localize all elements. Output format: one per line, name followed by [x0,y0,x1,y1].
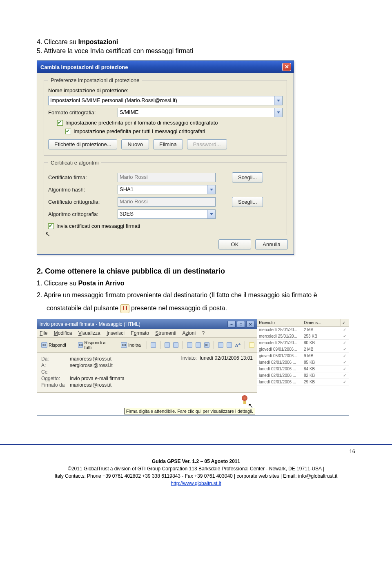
subject-label: Oggetto: [41,376,70,381]
subject-value: invio prova e-mail firmata [70,376,125,381]
separator-icon [183,341,183,349]
prev-icon[interactable] [218,342,223,348]
row-size: 2 MB [302,346,341,352]
list-item[interactable]: giovedì 05/01/2006...9 MB✓ [257,353,349,359]
signature-icon[interactable] [241,395,249,404]
font-size-icon[interactable]: AA [235,342,241,348]
menubar[interactable]: File Modifica Visualizza Inserisci Forma… [37,329,257,338]
ok-button[interactable]: OK [218,239,251,249]
folder-icon[interactable] [187,342,192,348]
row-size: 29 KB [302,379,341,385]
minimize-icon[interactable]: – [227,321,236,327]
cancel-button[interactable]: Annulla [255,239,288,249]
menu-file[interactable]: File [40,330,47,336]
reply-label: Rispondi [49,343,66,347]
chevron-down-icon[interactable] [274,108,282,117]
maximize-icon[interactable]: □ [237,321,245,327]
mail-icon [41,342,47,348]
chevron-down-icon[interactable] [207,210,215,218]
sec2-step2-c: presente nel messaggio di posta. [131,305,227,312]
list-item[interactable]: mercoledì 25/01/20...80 KB✓ [257,340,349,346]
footer-line-3: Italy Contacts: Phone +39 0761 402802 +3… [55,473,338,479]
signature-tooltip: Firma digitale attendibile. Fare clic qu… [124,408,255,414]
sent-value: lunedì 02/01/2006 13:01 [200,355,253,361]
row-check-icon: ✓ [341,340,349,346]
hash-label: Algoritmo hash: [48,187,118,193]
choose-enc-button[interactable]: Scegli... [232,197,263,207]
send-certs-checkbox[interactable] [48,223,54,229]
separator-icon [214,341,214,349]
choose-sign-button[interactable]: Scegli... [232,172,263,183]
toolbar-icon[interactable] [165,342,170,348]
reply-all-button[interactable]: Rispondi a tutti [76,339,111,351]
menu-formato[interactable]: Formato [131,330,149,336]
close-icon[interactable]: ✕ [282,63,291,71]
row-size: 253 KB [302,333,341,339]
list-item[interactable]: mercoledì 25/01/20...253 KB✓ [257,333,349,340]
default-format-label: Impostazione predefinita per il formato … [65,120,218,126]
menu-visualizza[interactable]: Visualizza [78,330,100,336]
section-2-num: 2. [37,267,45,275]
labels-button[interactable]: Etichette di protezione... [48,139,117,149]
step-4-bold: Impostazioni [78,38,118,45]
next-icon[interactable] [227,342,232,348]
col-received[interactable]: Ricevuto [257,319,302,326]
default-all-checkbox[interactable] [65,129,71,134]
menu-inserisci[interactable]: Inserisci [107,330,125,336]
signature-ribbon-icon [120,304,129,313]
to-value: sergiorossi@rossi.it [70,363,113,368]
menu-azioni[interactable]: Azioni [182,330,196,336]
replyall-label: Rispondi a tutti [84,340,109,350]
list-item[interactable]: lunedì 02/01/2006 ...82 KB✓ [257,372,349,379]
toolbar-icon[interactable] [173,342,178,348]
alg-enc-select[interactable]: 3DES [118,209,216,219]
toolbar-icon[interactable] [196,342,201,348]
list-item[interactable]: mercoledì 25/01/20...2 MB✓ [257,327,349,333]
setting-name-select[interactable]: Impostazioni S/MIME personali (Mario.Ros… [48,96,283,105]
sec2-step2-a: 2. Aprire un messaggio firmato provenien… [37,292,317,298]
crypto-format-select[interactable]: S/MIME [118,108,283,117]
print-icon[interactable] [151,342,156,348]
default-all-label: Impostazione predefinita per tutti i mes… [74,128,205,134]
menu-modifica[interactable]: Modifica [54,330,72,336]
cert-enc-field: Mario Rossi [118,197,216,207]
to-label: A: [41,363,70,368]
new-button[interactable]: Nuovo [121,139,149,149]
setting-name-value: Impostazioni S/MIME personali (Mario.Ros… [50,97,177,103]
row-size: 2 MB [302,327,341,333]
list-item[interactable]: lunedì 02/01/2006 ...85 KB✓ [257,359,349,366]
pref-legend: Preferenze impostazioni di protezione [48,77,142,83]
message-title: invio prova e-mail firmata - Messaggio (… [40,321,140,327]
signedby-label: Firmato da [41,382,70,388]
help-icon[interactable] [249,342,254,348]
list-item[interactable]: lunedì 02/01/2006 ...84 KB✓ [257,366,349,372]
delete-icon[interactable]: ✕ [204,342,209,348]
step-5: 5. Attivare la voce Invia certificati co… [37,47,355,55]
cert-sign-field: Mario Rossi [118,173,216,182]
chevron-down-icon[interactable] [207,185,215,194]
row-check-icon: ✓ [341,372,349,378]
hash-select[interactable]: SHA1 [118,185,216,194]
section-2-heading: 2. Come ottenere la chiave pubblica di u… [37,267,355,276]
pref-fieldset: Preferenze impostazioni di protezione No… [44,77,287,156]
cert-enc-label: Certificato crittografia: [48,199,118,205]
menu-help[interactable]: ? [202,330,205,336]
sec2-step2-b: constatabile dal pulsante [47,305,120,312]
list-item[interactable]: giovedì 09/01/2006...2 MB✓ [257,346,349,353]
setting-name-label: Nome impostazione di protezione: [48,87,283,93]
row-check-icon: ✓ [341,353,349,359]
col-size[interactable]: Dimens... [302,319,341,326]
footer-link[interactable]: http://www.globaltrust.it [171,481,221,486]
list-item[interactable]: lunedì 02/01/2006 ...29 KB✓ [257,379,349,385]
default-format-checkbox[interactable] [57,120,63,126]
delete-button[interactable]: Elimina [153,139,183,149]
forward-button[interactable]: Inoltra [119,341,143,349]
row-size: 80 KB [302,340,341,346]
separator-icon [245,341,245,349]
menu-strumenti[interactable]: Strumenti [155,330,176,336]
reply-button[interactable]: Rispondi [40,341,68,349]
dialog-titlebar: Cambia impostazioni di protezione ✕ [37,61,294,73]
message-header: Da:mariorossi@rossi.it A:sergiorossi@ros… [37,353,257,392]
chevron-down-icon[interactable] [274,96,282,105]
close-icon[interactable]: ✕ [246,321,254,327]
